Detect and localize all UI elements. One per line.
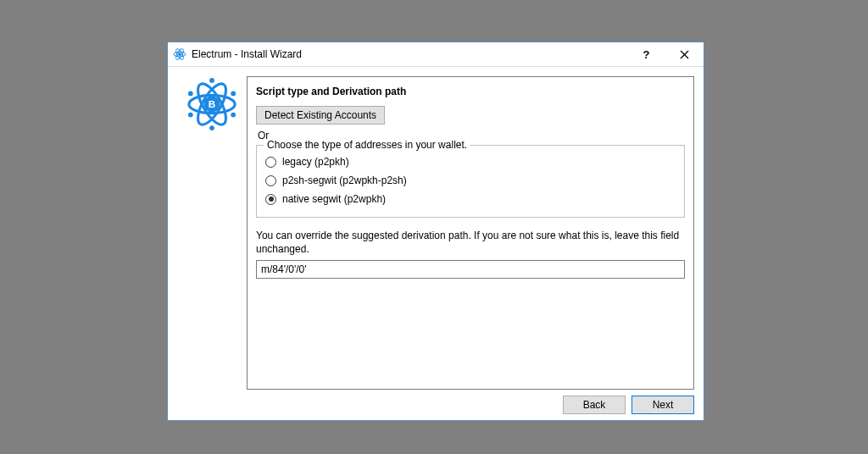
derivation-path-input[interactable] (256, 260, 685, 279)
titlebar: Electrum - Install Wizard ? (168, 42, 704, 67)
app-icon (173, 47, 186, 61)
svg-point-15 (188, 113, 193, 118)
svg-point-16 (231, 91, 236, 97)
radio-icon (265, 194, 276, 205)
svg-point-12 (231, 113, 236, 118)
back-button[interactable]: Back (563, 396, 626, 414)
radio-legacy[interactable]: legacy (p2pkh) (265, 152, 676, 171)
radio-icon (265, 175, 276, 186)
client-area: B Script type and Derivation path Detect… (168, 67, 704, 420)
detect-existing-accounts-button[interactable]: Detect Existing Accounts (256, 106, 385, 125)
radio-native-segwit[interactable]: native segwit (p2wpkh) (265, 190, 676, 208)
help-button[interactable]: ? (627, 42, 665, 67)
electrum-logo-icon: B (186, 78, 238, 133)
svg-point-14 (209, 125, 214, 130)
logo-column: B (177, 76, 247, 390)
svg-point-3 (178, 53, 181, 56)
close-icon (680, 50, 689, 59)
fieldset-legend: Choose the type of addresses in your wal… (264, 139, 470, 151)
window-title: Electrum - Install Wizard (192, 48, 302, 60)
radio-icon (265, 157, 276, 168)
svg-point-11 (188, 91, 193, 97)
radio-label: p2sh-segwit (p2wpkh-p2sh) (282, 174, 407, 186)
wizard-panel: Script type and Derivation path Detect E… (247, 76, 694, 390)
svg-point-13 (209, 78, 214, 83)
wizard-button-row: Back Next (177, 396, 694, 414)
derivation-hint: You can override the suggested derivatio… (256, 230, 685, 256)
svg-text:B: B (209, 98, 215, 109)
panel-title: Script type and Derivation path (256, 86, 685, 97)
address-type-fieldset: Choose the type of addresses in your wal… (256, 145, 685, 218)
radio-p2sh-segwit[interactable]: p2sh-segwit (p2wpkh-p2sh) (265, 171, 676, 190)
close-button[interactable] (665, 42, 704, 67)
radio-label: native segwit (p2wpkh) (282, 193, 386, 205)
next-button[interactable]: Next (632, 396, 694, 414)
install-wizard-window: Electrum - Install Wizard ? (167, 42, 704, 421)
radio-label: legacy (p2pkh) (282, 156, 349, 168)
